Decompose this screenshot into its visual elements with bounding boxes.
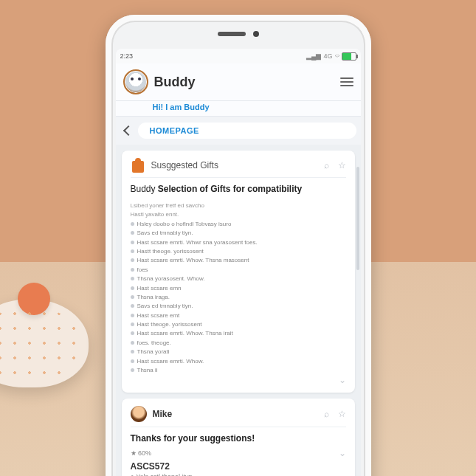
content-scroll[interactable]: Susggested Gifts ⌕ ☆ Buddy Selection of … — [116, 145, 361, 476]
greeting-text: Hi! I am Buddy — [116, 101, 361, 117]
match-percent: ★ 60% — [131, 449, 152, 457]
list-item: Thsna yorati — [131, 348, 346, 356]
user-reply-card: Mike ⌕ ☆ Thanks for your suggestions! ★ … — [122, 399, 355, 476]
back-button[interactable] — [120, 124, 134, 137]
gift-icon — [131, 158, 145, 173]
list-item: Hast scsare emn — [131, 284, 346, 293]
battery-icon — [342, 52, 356, 61]
background-gift-box — [0, 299, 89, 387]
chevron-down-icon[interactable]: ⌄ — [339, 375, 346, 385]
user-avatar[interactable] — [131, 406, 147, 422]
scrollbar[interactable] — [356, 167, 359, 270]
phone-frame: 2:23 ▂▄▆ 4G ⌔ Buddy Hi! I am Buddy HOMEP… — [106, 15, 371, 476]
list-item: Thsna yorasosent. Whow. — [131, 275, 346, 283]
network-label: 4G — [323, 52, 332, 60]
signal-icon: ▂▄▆ — [306, 52, 321, 60]
list-item: foes — [131, 266, 346, 275]
search-icon[interactable]: ⌕ — [324, 409, 329, 419]
list-item: Hastt theoge. yorissosent — [131, 247, 346, 256]
buddy-avatar[interactable] — [123, 69, 148, 94]
list-item: Savs ed tmnably tiyn. — [131, 302, 346, 311]
list-item: Hast scsare emrti. Whwr sna yorasosent f… — [131, 238, 346, 247]
chevron-down-icon[interactable]: ⌄ — [339, 472, 346, 476]
status-time: 2:23 — [120, 52, 134, 60]
list-item: Hast theoge. yorissosent — [131, 320, 346, 329]
list-item: Hast scsare emrti. Whow. Thsna irait — [131, 329, 346, 338]
nav-row: HOMEPAGE — [116, 117, 361, 145]
app-header: Buddy — [116, 63, 361, 101]
list-item: Hast scsare emt — [131, 311, 346, 320]
status-bar: 2:23 ▂▄▆ 4G ⌔ — [116, 49, 361, 63]
star-icon[interactable]: ☆ — [338, 160, 346, 170]
phone-screen: 2:23 ▂▄▆ 4G ⌔ Buddy Hi! I am Buddy HOMEP… — [116, 49, 361, 476]
phone-notch — [218, 31, 259, 37]
app-title: Buddy — [154, 75, 334, 90]
reply-text: Thanks for your suggestions! — [131, 433, 346, 444]
chevron-down-icon[interactable]: ⌄ — [339, 448, 346, 458]
wifi-icon: ⌔ — [335, 52, 339, 61]
card-label: Susggested Gifts — [151, 160, 315, 170]
star-icon[interactable]: ☆ — [338, 409, 346, 419]
card-subtitle: Buddy Selection of Gifts for compatibili… — [131, 184, 346, 194]
search-icon[interactable]: ⌕ — [324, 160, 329, 170]
list-item: Thsna ii — [131, 366, 346, 375]
code-value: ASCS572 — [131, 461, 346, 472]
list-item: Savs ed tmnably tiyn. — [131, 229, 346, 238]
gift-list: Lsibed yoner fretf ed savcho Hastl yaval… — [131, 201, 346, 375]
list-item: foes. theoge. — [131, 339, 346, 348]
list-item: Thsna iraga. — [131, 293, 346, 302]
hamburger-menu-icon[interactable] — [340, 77, 353, 86]
suggested-gifts-card: Susggested Gifts ⌕ ☆ Buddy Selection of … — [122, 151, 355, 393]
list-item: Hast scsare emrti. Whow. — [131, 357, 346, 366]
list-item: Hast scsare emrti. Whow. Thsna masosent — [131, 256, 346, 265]
user-name: Mike — [153, 409, 315, 419]
code-note: ● Yols cstl thanal ityn. — [131, 473, 195, 476]
breadcrumb[interactable]: HOMEPAGE — [138, 123, 356, 139]
list-item: Hsley doobo o hofindl Tobvasy isuro — [131, 220, 346, 229]
